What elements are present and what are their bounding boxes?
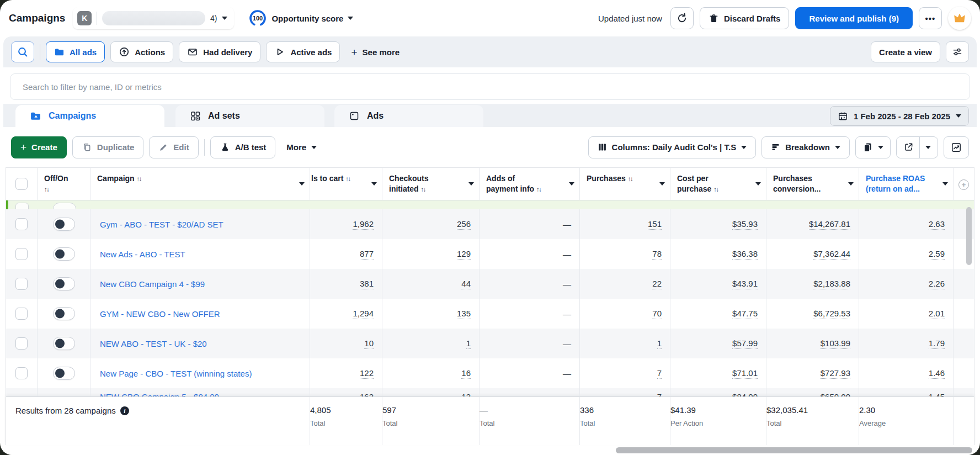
conversion-value: $6,729.53 — [813, 309, 850, 319]
campaign-link[interactable]: NEW CBO Campaign 5 - $84.00 — [100, 392, 219, 396]
table-row[interactable]: NEW ABO - TEST - UK - $20 10 1 — 1 $57.9… — [6, 329, 974, 358]
filter-caret-icon[interactable] — [371, 182, 377, 186]
chevron-down-icon — [741, 146, 747, 149]
campaign-toggle[interactable] — [53, 307, 75, 320]
reports-icon — [862, 142, 873, 152]
table-footer: Results from 28 campaigns i 4,805Total 5… — [6, 396, 974, 445]
row-checkbox[interactable] — [15, 218, 28, 230]
row-checkbox[interactable] — [15, 278, 28, 290]
cost-per-purchase-value: $71.01 — [732, 368, 758, 379]
conversion-value: $727.93 — [821, 368, 850, 379]
chevron-down-icon — [835, 146, 840, 149]
filter-active-ads-label: Active ads — [290, 47, 332, 57]
vertical-scrollbar[interactable] — [966, 207, 972, 265]
create-button[interactable]: + Create — [11, 136, 67, 158]
row-checkbox[interactable] — [15, 248, 28, 260]
tab-ad-sets[interactable]: Ad sets — [175, 105, 324, 127]
col-purchases[interactable]: Purchases ↑↓ — [580, 168, 646, 184]
col-adds-to-cart[interactable]: ls to cart ↑↓ — [310, 168, 364, 184]
search-input[interactable] — [10, 73, 970, 100]
review-publish-button[interactable]: Review and publish (9) — [795, 7, 913, 29]
table-row[interactable]: New Ads - ABO - TEST 877 129 — 78 $36.38… — [6, 239, 974, 269]
filter-caret-icon[interactable] — [755, 182, 761, 186]
view-settings-button[interactable] — [946, 41, 969, 62]
breakdown-button[interactable]: Breakdown — [761, 136, 850, 158]
row-checkbox[interactable] — [15, 308, 28, 320]
col-cost-per-purchase[interactable]: Cost perpurchase ↑↓ — [670, 168, 732, 195]
campaign-link[interactable]: New Page - CBO - TEST (winning states) — [100, 369, 252, 378]
checkouts-value: 129 — [457, 249, 471, 260]
sliders-icon — [952, 46, 963, 57]
tab-ads[interactable]: Ads — [334, 105, 483, 127]
chart-button[interactable] — [944, 136, 969, 158]
table-row[interactable]: GYM - NEW CBO - New OFFER 1,294 135 — 70… — [6, 299, 974, 329]
total-value: 2.30 — [859, 405, 875, 415]
payment-info-value: — — [563, 220, 571, 229]
filter-all-ads[interactable]: All ads — [46, 41, 105, 62]
crown-badge[interactable] — [948, 7, 971, 30]
filter-actions[interactable]: Actions — [110, 41, 173, 62]
adds-to-cart-value: 877 — [360, 249, 374, 260]
filter-had-delivery[interactable]: Had delivery — [179, 41, 260, 62]
more-options-button[interactable]: ••• — [919, 7, 942, 29]
campaign-toggle[interactable] — [53, 337, 75, 350]
create-view-button[interactable]: Create a view — [871, 41, 940, 62]
filter-caret-icon[interactable] — [659, 182, 665, 186]
chevron-down-icon — [348, 17, 353, 20]
filter-caret-icon[interactable] — [299, 182, 305, 186]
table-row[interactable]: New Page - CBO - TEST (winning states) 1… — [6, 358, 974, 388]
cost-per-purchase-value: $84.00 — [732, 392, 758, 396]
opportunity-score[interactable]: 100 Opportunity score — [248, 9, 353, 28]
search-row — [3, 67, 977, 104]
purchases-value: 78 — [652, 249, 662, 260]
filter-caret-icon[interactable] — [468, 182, 474, 186]
edit-button[interactable]: Edit — [149, 136, 198, 158]
campaign-toggle[interactable] — [53, 277, 75, 290]
campaign-toggle[interactable] — [53, 247, 75, 261]
columns-icon — [598, 142, 607, 152]
table-header: Off/On↑↓ Campaign ↑↓ ls to cart ↑↓ Check… — [6, 168, 974, 200]
see-more-button[interactable]: + See more — [345, 47, 405, 57]
filter-caret-icon[interactable] — [569, 182, 574, 186]
campaign-link[interactable]: Gym - ABO - TEST - $20/AD SET — [100, 220, 223, 229]
duplicate-button[interactable]: Duplicate — [72, 136, 144, 158]
col-payment-info[interactable]: Adds ofpayment info ↑↓ — [480, 168, 555, 195]
discard-drafts-button[interactable]: Discard Drafts — [700, 7, 790, 29]
table-row[interactable]: New CBO Campaign 4 - $99 381 44 — 22 $43… — [6, 269, 974, 299]
filter-active-ads[interactable]: Active ads — [266, 41, 340, 62]
date-range-selector[interactable]: 1 Feb 2025 - 28 Feb 2025 — [830, 106, 969, 126]
account-selector[interactable]: K 4) — [73, 7, 234, 29]
col-off-on[interactable]: Off/On↑↓ — [38, 168, 82, 195]
col-checkouts[interactable]: Checkoutsinitiated ↑↓ — [382, 168, 442, 195]
campaign-link[interactable]: New CBO Campaign 4 - $99 — [100, 279, 205, 289]
ab-test-button[interactable]: A/B test — [210, 136, 276, 158]
row-checkbox[interactable] — [15, 367, 28, 379]
select-all-checkbox[interactable] — [15, 178, 28, 190]
chevron-down-icon — [878, 146, 883, 149]
refresh-button[interactable] — [670, 7, 694, 29]
add-column-icon[interactable]: + — [958, 179, 969, 190]
campaign-toggle[interactable] — [53, 218, 75, 231]
columns-button[interactable]: Columns: Daily Audit Col's | T.S — [588, 136, 757, 158]
filter-caret-icon[interactable] — [942, 182, 948, 186]
campaign-link[interactable]: GYM - NEW CBO - New OFFER — [100, 309, 220, 319]
export-button[interactable] — [896, 136, 938, 158]
col-campaign[interactable]: Campaign ↑↓ — [90, 168, 155, 184]
campaign-toggle[interactable] — [53, 367, 75, 380]
folder-icon — [54, 47, 65, 57]
reports-button[interactable] — [855, 136, 891, 158]
col-purchase-roas[interactable]: Purchase ROAS(return on ad... — [859, 168, 938, 194]
campaign-link[interactable]: NEW ABO - TEST - UK - $20 — [100, 339, 207, 348]
conversion-value: $103.99 — [821, 338, 850, 349]
col-purchases-conversion[interactable]: Purchasesconversion... — [766, 168, 834, 194]
more-button[interactable]: More — [281, 142, 322, 152]
row-checkbox[interactable] — [15, 337, 28, 350]
search-button[interactable] — [11, 41, 34, 62]
table-row[interactable]: Gym - ABO - TEST - $20/AD SET 1,962 256 … — [6, 209, 974, 239]
tab-campaigns[interactable]: Campaigns — [15, 105, 164, 127]
filter-caret-icon[interactable] — [848, 182, 854, 186]
campaign-link[interactable]: New Ads - ABO - TEST — [100, 250, 185, 259]
table-row-partial[interactable]: NEW CBO Campaign 5 - $84.00 163 13 — 7 $… — [6, 388, 974, 396]
horizontal-scrollbar[interactable] — [616, 447, 972, 453]
info-icon[interactable]: i — [120, 406, 129, 415]
